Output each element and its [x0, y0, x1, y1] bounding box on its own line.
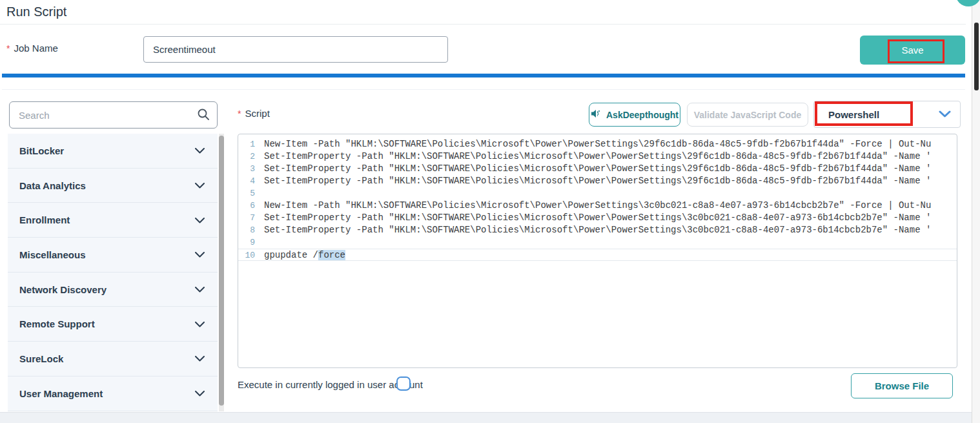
- page-title: Run Script: [6, 5, 66, 19]
- chevron-down-icon: [195, 284, 205, 295]
- page-scrollbar[interactable]: [972, 0, 980, 423]
- chevron-down-icon: [195, 353, 205, 364]
- search-icon[interactable]: [197, 108, 210, 123]
- code-line-active[interactable]: 10gpupdate /force: [238, 249, 957, 261]
- language-dropdown[interactable]: Powershell: [813, 101, 961, 128]
- code-line[interactable]: 3Set-ItemProperty -Path "HKLM:\SOFTWARE\…: [238, 163, 957, 175]
- required-asterisk: *: [6, 43, 10, 54]
- header-divider: [0, 24, 966, 25]
- execute-user-account-label: Execute in currently logged in user acco…: [238, 379, 423, 390]
- code-line[interactable]: 2Set-ItemProperty -Path "HKLM:\SOFTWARE\…: [238, 150, 957, 163]
- job-name-input[interactable]: [143, 36, 448, 63]
- chevron-down-icon: [195, 387, 205, 399]
- code-line[interactable]: 8Set-ItemProperty -Path "HKLM:\SOFTWARE\…: [238, 224, 957, 236]
- search-input[interactable]: [9, 101, 218, 129]
- chevron-down-icon: [195, 318, 205, 330]
- job-name-label: *Job Name: [6, 43, 58, 54]
- speaker-ai-icon: [591, 108, 602, 121]
- execute-user-account-checkbox[interactable]: [396, 377, 411, 391]
- sidebar-item-remote-support[interactable]: Remote Support: [8, 307, 218, 342]
- sidebar-search: [9, 101, 218, 129]
- chevron-down-icon: [195, 180, 205, 191]
- code-line[interactable]: 7Set-ItemProperty -Path "HKLM:\SOFTWARE\…: [238, 212, 957, 224]
- page-scrollbar-thumb[interactable]: [974, 23, 979, 90]
- blue-divider: [2, 74, 965, 77]
- search-match-highlight: force: [318, 250, 345, 260]
- sidebar-item-miscellaneous[interactable]: Miscellaneous: [8, 238, 218, 273]
- code-line[interactable]: 6New-Item -Path "HKLM:\SOFTWARE\Policies…: [238, 200, 957, 212]
- code-line[interactable]: 5: [238, 187, 957, 200]
- sidebar-scrollbar-thumb[interactable]: [219, 136, 224, 406]
- panel-top-line: [2, 89, 965, 90]
- sidebar-item-bitlocker[interactable]: BitLocker: [8, 134, 218, 169]
- sidebar-item-data-analytics[interactable]: Data Analytics: [8, 169, 218, 203]
- footer-strip: [0, 413, 972, 423]
- script-editor[interactable]: 1New-Item -Path "HKLM:\SOFTWARE\Policies…: [238, 134, 957, 368]
- chevron-down-icon: [195, 214, 205, 226]
- chevron-down-icon: [195, 145, 205, 156]
- code-line[interactable]: 4Set-ItemProperty -Path "HKLM:\SOFTWARE\…: [238, 175, 957, 187]
- sidebar-item-network-discovery[interactable]: Network Discovery: [8, 273, 218, 307]
- sidebar-item-surelock[interactable]: SureLock: [8, 342, 218, 377]
- category-list: BitLocker Data Analytics Enrollment Misc…: [8, 134, 218, 411]
- code-line[interactable]: 9: [238, 236, 957, 249]
- code-line[interactable]: 1New-Item -Path "HKLM:\SOFTWARE\Policies…: [238, 138, 957, 150]
- validate-javascript-button: Validate JavaScript Code: [687, 103, 808, 127]
- browse-file-button[interactable]: Browse File: [851, 373, 953, 398]
- sidebar-item-user-management[interactable]: User Management: [8, 377, 218, 411]
- required-asterisk: *: [238, 108, 241, 119]
- ask-deepthought-button[interactable]: AskDeepthought: [589, 103, 680, 127]
- sidebar-item-enrollment[interactable]: Enrollment: [8, 203, 218, 238]
- chevron-down-icon: [195, 249, 205, 260]
- chevron-down-icon: [939, 108, 951, 120]
- script-label: *Script: [238, 108, 270, 119]
- language-selected-value: Powershell: [828, 109, 879, 120]
- save-button[interactable]: Save: [860, 36, 965, 65]
- sidebar-scrollbar[interactable]: [219, 134, 224, 411]
